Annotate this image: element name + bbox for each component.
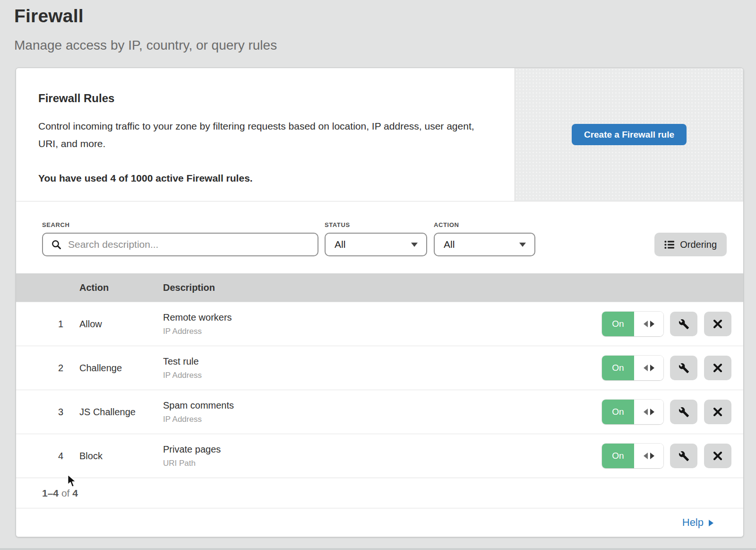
arrow-left-icon bbox=[644, 409, 648, 415]
arrow-right-icon bbox=[650, 365, 654, 371]
action-label: ACTION bbox=[434, 221, 535, 228]
toggle-on-label: On bbox=[602, 444, 634, 468]
rule-controls: On bbox=[602, 444, 731, 468]
edit-rule-button[interactable] bbox=[670, 356, 697, 380]
firewall-rules-card: Firewall Rules Control incoming traffic … bbox=[16, 68, 744, 537]
help-link[interactable]: Help bbox=[682, 516, 713, 529]
chevron-down-icon bbox=[519, 243, 526, 247]
rule-description-cell: Test rule IP Address bbox=[163, 356, 602, 380]
edit-rule-button[interactable] bbox=[670, 444, 697, 468]
card-description: Control incoming traffic to your zone by… bbox=[38, 117, 487, 152]
close-icon bbox=[713, 319, 722, 329]
status-filter-group: STATUS All bbox=[318, 221, 427, 256]
rule-status-toggle[interactable]: On bbox=[602, 356, 663, 380]
table-row: 2 Challenge Test rule IP Address On bbox=[16, 346, 743, 390]
rule-action: JS Challenge bbox=[79, 407, 163, 418]
close-icon bbox=[713, 363, 722, 373]
search-input[interactable] bbox=[68, 239, 311, 250]
rule-action: Allow bbox=[79, 319, 163, 330]
rule-match-type: IP Address bbox=[163, 327, 602, 336]
rule-status-toggle[interactable]: On bbox=[602, 312, 663, 336]
help-link-label: Help bbox=[682, 516, 704, 529]
status-select[interactable]: All bbox=[325, 233, 427, 256]
delete-rule-button[interactable] bbox=[704, 356, 731, 380]
toggle-drag-handle[interactable] bbox=[634, 312, 663, 336]
close-icon bbox=[713, 407, 722, 417]
search-label: SEARCH bbox=[42, 221, 318, 228]
pagination-range: 1–4 bbox=[42, 488, 59, 499]
wrench-icon bbox=[679, 363, 689, 374]
rule-description: Remote workers bbox=[163, 312, 602, 323]
rule-description: Private pages bbox=[163, 444, 602, 455]
rule-action: Block bbox=[79, 451, 163, 462]
arrow-right-icon bbox=[650, 321, 654, 327]
delete-rule-button[interactable] bbox=[704, 400, 731, 424]
rule-description-cell: Remote workers IP Address bbox=[163, 312, 602, 336]
description-column-header: Description bbox=[163, 282, 215, 293]
rule-description-cell: Spam comments IP Address bbox=[163, 400, 602, 424]
create-firewall-rule-button[interactable]: Create a Firewall rule bbox=[572, 124, 687, 145]
arrow-left-icon bbox=[644, 453, 648, 459]
rule-priority: 2 bbox=[42, 363, 79, 374]
pagination-of: of bbox=[61, 488, 70, 499]
toggle-drag-handle[interactable] bbox=[634, 444, 663, 468]
help-arrow-icon bbox=[709, 520, 713, 526]
arrow-left-icon bbox=[644, 321, 648, 327]
create-rule-panel: Create a Firewall rule bbox=[515, 68, 743, 201]
status-label: STATUS bbox=[325, 221, 427, 228]
action-filter-group: ACTION All bbox=[427, 221, 535, 256]
page-subtitle: Manage access by IP, country, or query r… bbox=[14, 38, 742, 53]
search-input-box[interactable] bbox=[42, 233, 318, 256]
arrow-left-icon bbox=[644, 365, 648, 371]
edit-rule-button[interactable] bbox=[670, 400, 697, 424]
rule-match-type: URI Path bbox=[163, 459, 602, 468]
rule-match-type: IP Address bbox=[163, 415, 602, 424]
rule-action: Challenge bbox=[79, 363, 163, 374]
action-column-header: Action bbox=[79, 282, 163, 293]
intro-text-block: Firewall Rules Control incoming traffic … bbox=[16, 68, 515, 201]
rule-status-toggle[interactable]: On bbox=[602, 444, 663, 468]
arrow-right-icon bbox=[650, 409, 654, 415]
page-title: Firewall bbox=[14, 6, 742, 26]
pagination-total: 4 bbox=[72, 488, 78, 499]
close-icon bbox=[713, 451, 722, 461]
ordering-button-label: Ordering bbox=[680, 239, 717, 250]
status-selected-value: All bbox=[335, 239, 345, 250]
toggle-on-label: On bbox=[602, 400, 634, 424]
rule-match-type: IP Address bbox=[163, 371, 602, 380]
rule-priority: 3 bbox=[42, 407, 79, 418]
rule-description: Spam comments bbox=[163, 400, 602, 411]
wrench-icon bbox=[679, 451, 689, 462]
table-row: 3 JS Challenge Spam comments IP Address … bbox=[16, 390, 743, 434]
action-select[interactable]: All bbox=[434, 233, 535, 256]
table-row: 4 Block Private pages URI Path On bbox=[16, 434, 743, 478]
delete-rule-button[interactable] bbox=[704, 312, 731, 336]
wrench-icon bbox=[679, 407, 689, 418]
search-icon bbox=[51, 239, 62, 250]
usage-summary: You have used 4 of 1000 active Firewall … bbox=[38, 173, 492, 184]
pagination: 1–4 of 4 bbox=[16, 478, 743, 508]
toggle-drag-handle[interactable] bbox=[634, 400, 663, 424]
toggle-on-label: On bbox=[602, 312, 634, 336]
action-selected-value: All bbox=[444, 239, 455, 250]
table-header: Action Description bbox=[16, 273, 743, 302]
toggle-drag-handle[interactable] bbox=[634, 356, 663, 380]
rule-description-cell: Private pages URI Path bbox=[163, 444, 602, 468]
rule-status-toggle[interactable]: On bbox=[602, 400, 663, 424]
toggle-on-label: On bbox=[602, 356, 634, 380]
arrow-right-icon bbox=[650, 453, 654, 459]
help-row: Help bbox=[16, 508, 743, 537]
delete-rule-button[interactable] bbox=[704, 444, 731, 468]
page-header: Firewall Manage access by IP, country, o… bbox=[0, 0, 756, 53]
rule-priority: 1 bbox=[42, 319, 79, 330]
edit-rule-button[interactable] bbox=[670, 312, 697, 336]
intro-section: Firewall Rules Control incoming traffic … bbox=[16, 68, 743, 201]
rule-description: Test rule bbox=[163, 356, 602, 367]
filters-bar: SEARCH STATUS All ACTION All bbox=[16, 201, 743, 273]
ordering-button[interactable]: Ordering bbox=[654, 233, 727, 256]
table-row: 1 Allow Remote workers IP Address On bbox=[16, 302, 743, 346]
rule-controls: On bbox=[602, 400, 731, 424]
chevron-down-icon bbox=[411, 243, 418, 247]
rule-controls: On bbox=[602, 312, 731, 336]
rule-controls: On bbox=[602, 356, 731, 380]
